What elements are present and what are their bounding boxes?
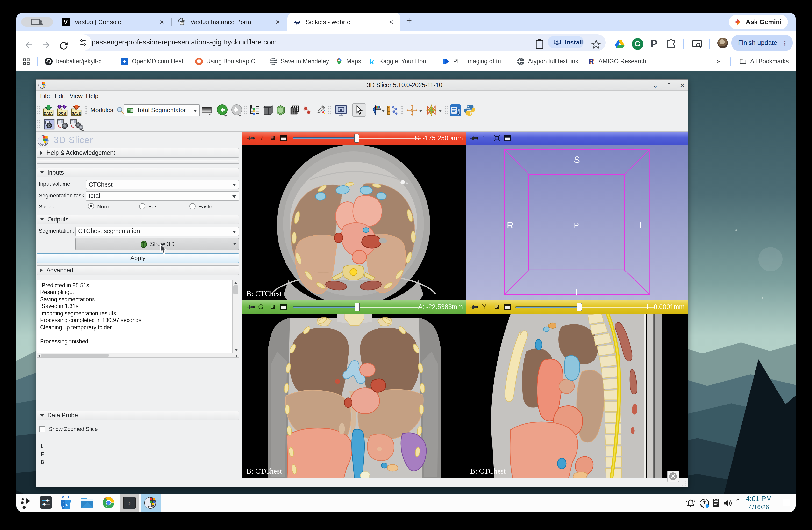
svg-text:SAVE: SAVE — [72, 111, 81, 115]
svg-text:B: CTChest: B: CTChest — [246, 467, 281, 475]
svg-text:I: I — [575, 287, 578, 297]
svg-text:B: CTChest: B: CTChest — [470, 467, 506, 475]
svg-text:S: S — [574, 154, 580, 165]
svg-text:DCM: DCM — [58, 111, 66, 115]
svg-text:R: R — [507, 220, 513, 230]
svg-text:DATA: DATA — [44, 111, 53, 115]
svg-text:B: CTChest: B: CTChest — [246, 289, 281, 298]
svg-text:P: P — [574, 221, 579, 229]
svg-text:L: L — [640, 220, 644, 230]
